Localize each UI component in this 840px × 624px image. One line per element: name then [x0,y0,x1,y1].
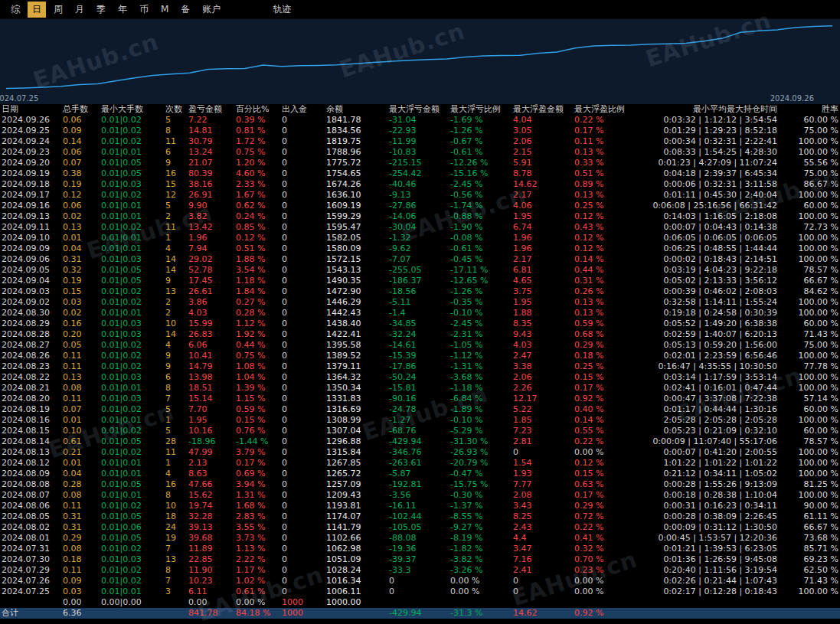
table-row[interactable]: 2024.08.290.160.01|0.031015.991.12 %0143… [0,319,840,329]
table-cell: 2024.09.18 [0,179,61,190]
menu-item-zhou[interactable]: 周 [49,2,67,18]
table-cell: 0.85 % [234,222,280,233]
table-row[interactable]: 2024.08.150.100.01|0.02510.160.76 %01307… [0,426,840,436]
table-cell: -1.26 % [449,286,512,297]
table-cell: 0:02:59 | 1:40:07 | 6:20:13 [632,329,779,340]
table-cell: 0.31 [61,254,100,265]
table-row[interactable]: 2024.08.080.280.01|0.051647.663.94 %0125… [0,479,840,490]
table-row[interactable]: 2024.09.060.310.01|0.031429.021.88 %0157… [0,254,840,265]
menu-item-m[interactable]: M [156,2,173,16]
table-row[interactable]: 2024.09.130.020.01|0.0123.820.24 %01599.… [0,211,840,222]
table-row[interactable]: 2024.08.140.610.01|0.0528-18.96-1.44 %01… [0,436,840,447]
table-row[interactable]: 2024.09.050.320.01|0.051452.783.54 %0154… [0,265,840,276]
table-row[interactable]: 2024.07.300.180.01|0.031322.852.22 %0105… [0,554,840,565]
table-row[interactable]: 2024.09.250.090.01|0.02814.810.81 %01834… [0,126,840,136]
table-row[interactable]: 2024.08.070.080.01|0.01815.621.31 %01209… [0,490,840,501]
table-row[interactable]: 2024.08.160.010.01|0.0111.950.15 %01308.… [0,415,840,426]
table-cell: 2024.09.16 [0,201,61,211]
table-row[interactable]: 0.000.00|0.000.000.00 %10001000.00 [0,597,840,608]
menu-item-zong[interactable]: 综 [6,2,25,18]
total-cell: 合计 [0,608,61,619]
menu-item-bi[interactable]: 币 [135,2,153,18]
table-cell: 2.06 [512,136,573,147]
menu-item-ri[interactable]: 日 [28,2,46,18]
table-cell: 2024.08.28 [0,329,61,340]
table-cell: 0:00:09 | 11:07:40 | 55:17:06 [632,436,779,447]
table-cell: -5.11 [387,297,449,308]
table-row[interactable]: 2024.08.020.310.01|0.062439.133.55 %0114… [0,522,840,533]
table-cell: 1006.11 [325,586,387,597]
table-cell: 0.01|0.03 [100,372,164,383]
menu-item-guiji[interactable]: 轨迹 [268,2,296,18]
table-row[interactable]: 2024.09.170.120.01|0.021226.911.67 %0163… [0,190,840,201]
table-row[interactable]: 2024.09.180.190.01|0.031538.162.33 %0167… [0,179,840,190]
table-row[interactable]: 2024.09.240.140.01|0.021130.791.72 %0181… [0,136,840,147]
table-row[interactable]: 2024.08.130.210.01|0.021147.993.79 %0131… [0,447,840,458]
table-row[interactable]: 2024.09.030.150.01|0.021326.611.84 %0147… [0,286,840,297]
table-cell: -0.30 % [449,490,512,501]
table-row[interactable]: 2024.08.230.110.01|0.02914.791.08 %01379… [0,361,840,372]
menu-item-ji[interactable]: 季 [92,2,110,18]
table-row[interactable]: 2024.08.210.080.01|0.01818.511.39 %01350… [0,383,840,394]
table-row[interactable]: 2024.07.250.030.01|0.0136.110.61 %01006.… [0,586,840,597]
table-row[interactable]: 2024.09.230.060.01|0.01613.240.75 %01788… [0,147,840,158]
table-cell: -1.82 % [449,544,512,554]
table-cell: 0:00:39 | 0:46:02 | 2:08:03 [632,286,779,297]
menu-item-nian[interactable]: 年 [113,2,132,18]
table-row[interactable]: 2024.08.200.110.01|0.03715.141.15 %01331… [0,394,840,404]
table-cell: -346.76 [387,447,449,458]
table-row[interactable]: 2024.09.110.130.01|0.021113.420.85 %0159… [0,222,840,233]
table-cell: -20.79 % [449,458,512,469]
table-row[interactable]: 2024.09.040.190.01|0.05917.451.18 %01490… [0,276,840,286]
table-row[interactable]: 2024.08.190.070.01|0.0257.700.59 %01316.… [0,404,840,415]
table-row[interactable]: 2024.08.220.130.01|0.03613.981.04 %01364… [0,372,840,383]
table-row[interactable]: 2024.08.280.200.01|0.031426.831.92 %0142… [0,329,840,340]
table-row[interactable]: 2024.08.060.110.01|0.021019.741.68 %0119… [0,501,840,511]
table-cell: 0.14 % [573,254,632,265]
table-row[interactable]: 2024.08.270.050.01|0.0246.060.44 %01395.… [0,340,840,351]
table-row[interactable]: 2024.09.260.060.01|0.0257.220.39 %01841.… [0,115,840,126]
table-cell: 0.11 [61,501,100,511]
table-cell: 1265.72 [325,469,387,479]
table-cell: -17.86 [387,361,449,372]
table-cell: 73.68 % [779,533,840,544]
table-row[interactable]: 2024.09.100.010.01|0.0111.960.12 %01582.… [0,233,840,243]
table-row[interactable]: 2024.08.300.020.01|0.0124.030.28 %01442.… [0,308,840,319]
table-cell: 19 [164,533,187,544]
table-cell: 60.00 % [779,115,840,126]
table-row[interactable]: 2024.08.260.110.01|0.02910.410.75 %01389… [0,351,840,361]
table-row[interactable]: 2024.07.310.080.01|0.02711.891.13 %01062… [0,544,840,554]
table-row[interactable]: 2024.09.020.030.01|0.0223.860.27 %01446.… [0,297,840,308]
table-row[interactable]: 2024.07.260.090.01|0.02710.231.02 %01016… [0,576,840,586]
table-cell: 1.68 % [234,501,280,511]
table-cell: 1.17 % [234,565,280,576]
table-cell: 0.62 % [234,201,280,211]
table-cell: -0.88 % [449,211,512,222]
table-row[interactable]: 2024.07.290.110.01|0.02811.901.17 %01028… [0,565,840,576]
table-cell: 0 [280,426,325,436]
table-row[interactable]: 2024.09.190.380.01|0.051680.394.60 %0175… [0,168,840,179]
menu-item-bei[interactable]: 备 [176,2,194,18]
table-row[interactable]: 2024.08.010.290.01|0.051939.683.73 %0110… [0,533,840,544]
table-cell: 0.51 % [234,243,280,254]
column-header-13: 胜率 [779,104,840,115]
table-row[interactable]: 2024.08.050.310.01|0.051832.282.83 %0117… [0,511,840,522]
table-row[interactable]: 2024.09.090.040.01|0.0147.940.51 %01580.… [0,243,840,254]
table-cell: 2024.09.10 [0,233,61,243]
table-cell: 3.54 % [234,265,280,276]
table-cell: 0.15 % [234,415,280,426]
table-cell: 0.06 [61,147,100,158]
table-cell: 0:00:28 | 1:55:26 | 9:13:09 [632,479,779,490]
menu-item-zhanghu[interactable]: 账户 [198,2,225,18]
table-row[interactable]: 2024.08.120.010.01|0.0112.130.17 %01267.… [0,458,840,469]
table-cell: 0.32 % [573,544,632,554]
table-row[interactable]: 2024.09.160.060.01|0.0159.900.62 %01609.… [0,201,840,211]
total-row[interactable]: 合计6.36841.7884.18 %1000-429.94-31.3 %14.… [0,608,840,619]
table-cell: 0.12 % [573,211,632,222]
table-row[interactable]: 2024.09.200.070.01|0.05921.071.20 %01775… [0,158,840,168]
table-row[interactable]: 2024.08.090.040.01|0.0148.630.69 %01265.… [0,469,840,479]
table-cell: 0:02:26 | 0:21:44 | 1:07:43 [632,576,779,586]
menu-item-yue[interactable]: 月 [70,2,89,18]
table-cell: 3.05 [512,126,573,136]
table-cell: 0.81 % [234,126,280,136]
